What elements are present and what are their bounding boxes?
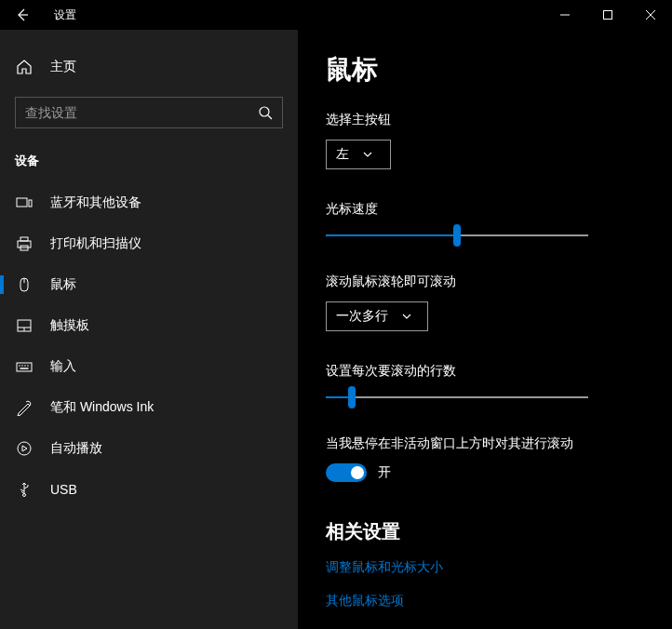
window-title: 设置: [45, 7, 544, 23]
sidebar-item-label: 打印机和扫描仪: [50, 235, 141, 252]
svg-rect-9: [17, 363, 32, 371]
lines-per-scroll-label: 设置每次要滚动的行数: [326, 363, 644, 380]
primary-button-label: 选择主按钮: [326, 112, 644, 128]
scroll-mode-dropdown[interactable]: 一次多行: [326, 301, 428, 331]
svg-rect-4: [18, 241, 31, 248]
svg-point-1: [260, 107, 269, 116]
maximize-button[interactable]: [586, 0, 629, 30]
link-other-mouse-options[interactable]: 其他鼠标选项: [326, 593, 644, 609]
window-controls: [544, 0, 672, 30]
close-button[interactable]: [629, 0, 672, 30]
inactive-hover-toggle[interactable]: [326, 463, 367, 482]
arrow-left-icon: [15, 7, 30, 22]
home-icon: [15, 58, 34, 76]
back-button[interactable]: [0, 0, 45, 30]
sidebar-item-pen[interactable]: 笔和 Windows Ink: [0, 387, 298, 428]
link-adjust-mouse-cursor[interactable]: 调整鼠标和光标大小: [326, 559, 644, 576]
sidebar-item-printers[interactable]: 打印机和扫描仪: [0, 223, 298, 264]
autoplay-icon: [15, 439, 34, 458]
home-label: 主页: [50, 59, 76, 75]
sidebar-item-label: 鼠标: [50, 276, 76, 293]
chevron-down-icon: [401, 311, 412, 322]
minimize-icon: [560, 10, 570, 20]
svg-point-11: [23, 494, 26, 497]
main-content: 玩转Win10的MS酋长 鼠标 选择主按钮 左 光标速度 滚动鼠标滚轮即可滚动 …: [298, 30, 672, 629]
sidebar-item-label: 笔和 Windows Ink: [50, 399, 154, 416]
pen-icon: [15, 398, 34, 417]
scroll-mode-label: 滚动鼠标滚轮即可滚动: [326, 274, 644, 290]
primary-button-dropdown[interactable]: 左: [326, 140, 391, 169]
sidebar-item-autoplay[interactable]: 自动播放: [0, 428, 298, 469]
sidebar-item-mouse[interactable]: 鼠标: [0, 264, 298, 305]
sidebar-item-typing[interactable]: 输入: [0, 346, 298, 387]
lines-per-scroll-slider[interactable]: [326, 396, 588, 398]
svg-rect-2: [17, 198, 27, 207]
sidebar-item-usb[interactable]: USB: [0, 469, 298, 510]
sidebar-item-label: USB: [50, 482, 77, 497]
chevron-down-icon: [362, 149, 373, 160]
sidebar-item-label: 触摸板: [50, 317, 89, 334]
search-box[interactable]: [15, 97, 283, 128]
close-icon: [646, 10, 655, 20]
related-settings-header: 相关设置: [326, 519, 644, 544]
svg-point-10: [18, 442, 31, 455]
inactive-hover-label: 当我悬停在非活动窗口上方时对其进行滚动: [326, 435, 644, 452]
search-icon: [258, 105, 273, 120]
svg-rect-0: [604, 11, 612, 20]
minimize-button[interactable]: [544, 0, 586, 30]
sidebar-item-label: 输入: [50, 358, 76, 375]
printer-icon: [15, 234, 34, 253]
sidebar: 主页 设备 蓝牙和其他设备 打印机和扫描仪 鼠标: [0, 30, 298, 629]
maximize-icon: [603, 10, 612, 20]
sidebar-item-label: 自动播放: [50, 440, 102, 457]
cursor-speed-label: 光标速度: [326, 201, 644, 218]
page-title: 鼠标: [326, 52, 644, 87]
cursor-speed-slider[interactable]: [326, 234, 588, 236]
sidebar-item-label: 蓝牙和其他设备: [50, 194, 141, 211]
svg-rect-3: [29, 200, 32, 207]
category-header: 设备: [0, 143, 298, 182]
sidebar-item-bluetooth[interactable]: 蓝牙和其他设备: [0, 182, 298, 223]
devices-icon: [15, 194, 34, 212]
mouse-icon: [15, 275, 34, 294]
svg-rect-5: [20, 237, 28, 241]
home-link[interactable]: 主页: [0, 48, 298, 86]
dropdown-value: 一次多行: [336, 308, 388, 325]
usb-icon: [15, 480, 34, 499]
dropdown-value: 左: [336, 146, 349, 163]
toggle-state: 开: [378, 464, 391, 481]
sidebar-item-touchpad[interactable]: 触摸板: [0, 305, 298, 346]
titlebar: 设置: [0, 0, 672, 30]
keyboard-icon: [15, 357, 34, 376]
search-input[interactable]: [25, 105, 258, 120]
touchpad-icon: [15, 316, 34, 335]
